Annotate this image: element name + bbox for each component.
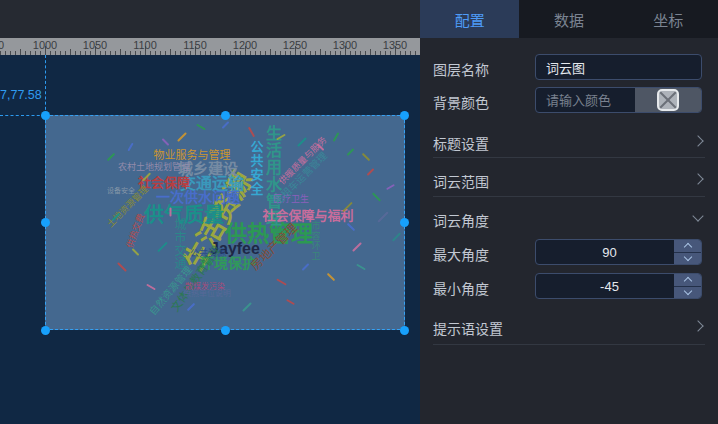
step-down-button[interactable] <box>674 252 701 265</box>
ruler-tick-label: 1000 <box>33 39 57 51</box>
tab-data[interactable]: 数据 <box>519 0 618 38</box>
ruler-tick <box>60 51 61 55</box>
section-title-settings[interactable]: 标题设置 <box>433 133 489 153</box>
selection-handle-bottom-right[interactable] <box>400 326 409 335</box>
ruler-tick <box>100 51 101 55</box>
selection-handle-top-right[interactable] <box>400 111 409 120</box>
ruler-tick <box>225 51 226 55</box>
ruler-tick <box>290 51 291 55</box>
ruler-tick <box>170 49 171 55</box>
ruler-tick <box>255 51 256 55</box>
layer-name-input[interactable] <box>535 54 702 80</box>
ruler-tick <box>275 51 276 55</box>
wordcloud-fragment <box>302 263 310 271</box>
ruler-tick <box>85 51 86 55</box>
min-angle-label: 最小角度 <box>433 278 489 298</box>
wordcloud-word: 物业服务与管理 <box>154 150 231 161</box>
wordcloud-word: 设备安全 <box>107 187 135 194</box>
ruler-tick <box>365 51 366 55</box>
selection-handle-mid-right[interactable] <box>400 218 409 227</box>
ruler-tick <box>240 51 241 55</box>
wordcloud-fragment <box>367 168 375 176</box>
chevron-right-icon <box>692 135 703 146</box>
transparent-color-icon <box>657 89 679 111</box>
design-canvas[interactable]: 95010001050110011501200125013001350 7,77… <box>0 0 420 424</box>
selection-handle-top-mid[interactable] <box>221 111 230 120</box>
panel-tabs: 配置 数据 坐标 <box>420 0 718 38</box>
section-wordcloud-angle[interactable]: 词云角度 <box>433 210 489 230</box>
wordcloud-fragment <box>157 242 168 253</box>
ruler-tick <box>190 51 191 55</box>
tab-coords[interactable]: 坐标 <box>619 0 718 38</box>
chevron-down-icon <box>692 210 703 221</box>
ruler-tick <box>15 51 16 55</box>
tab-config[interactable]: 配置 <box>420 0 519 38</box>
wordcloud-fragment <box>107 153 115 161</box>
ruler-tick <box>415 51 416 55</box>
ruler-tick <box>265 51 266 55</box>
ruler-tick <box>160 51 161 55</box>
step-up-button[interactable] <box>674 274 701 286</box>
ruler-tick <box>410 51 411 55</box>
ruler-tick <box>55 51 56 55</box>
ruler-tick <box>315 51 316 55</box>
ruler-tick <box>400 51 401 55</box>
ruler-tick <box>180 51 181 55</box>
ruler-tick <box>375 51 376 55</box>
wordcloud-fragment <box>170 208 172 217</box>
section-tooltip-settings[interactable]: 提示语设置 <box>433 318 503 338</box>
ruler-tick-label: 1200 <box>233 39 257 51</box>
selection-handle-mid-left[interactable] <box>41 218 50 227</box>
wordcloud-fragment <box>392 232 401 241</box>
ruler-tick <box>380 51 381 55</box>
ruler-tick <box>20 49 21 55</box>
wordcloud-fragment <box>372 192 381 201</box>
layer-name-label: 图层名称 <box>433 59 489 79</box>
wordcloud-fragment <box>127 143 133 152</box>
ruler-tick <box>120 49 121 55</box>
ruler-tick-label: 1350 <box>383 39 407 51</box>
divider <box>433 344 705 345</box>
ruler-tick <box>5 51 6 55</box>
ruler-tick <box>305 51 306 55</box>
ruler-tick <box>285 51 286 55</box>
section-wordcloud-range[interactable]: 词云范围 <box>433 171 489 191</box>
horizontal-ruler: 95010001050110011501200125013001350 <box>0 38 420 55</box>
wordcloud-fragment <box>297 137 307 147</box>
step-up-button[interactable] <box>674 240 701 252</box>
wordcloud-word: 公共安全 <box>250 140 263 196</box>
ruler-tick <box>175 51 176 55</box>
wordcloud-fragment <box>117 262 127 272</box>
ruler-tick <box>35 51 36 55</box>
color-picker-button[interactable] <box>635 88 701 112</box>
wordcloud-word: 一次供水问题 <box>156 190 240 204</box>
chevron-right-icon <box>692 320 703 331</box>
wordcloud-fragment <box>352 242 362 252</box>
wordcloud-fragment <box>327 273 335 281</box>
ruler-tick <box>150 51 151 55</box>
wordcloud-fragment <box>386 184 395 190</box>
selection-handle-bottom-mid[interactable] <box>221 326 230 335</box>
chevron-up-icon <box>683 277 691 285</box>
ruler-tick <box>280 51 281 55</box>
ruler-tick <box>355 51 356 55</box>
selection-handle-top-left[interactable] <box>41 111 50 120</box>
wordcloud-fragment <box>162 138 170 146</box>
ruler-tick <box>90 51 91 55</box>
ruler-tick <box>300 51 301 55</box>
wordcloud-layer-selection[interactable]: 生活资源供热管理供气质量生活用水管理公共安全交通运输一次供水问题社会保障城乡建设… <box>45 115 405 330</box>
ruler-tick <box>110 51 111 55</box>
wordcloud-fragment <box>347 223 355 231</box>
wordcloud-fragment <box>242 302 252 312</box>
ruler-tick <box>115 51 116 55</box>
wordcloud-editor: 95010001050110011501200125013001350 7,77… <box>0 0 718 424</box>
wordcloud-fragment <box>132 248 140 256</box>
ruler-tick <box>200 51 201 55</box>
ruler-tick <box>320 49 321 55</box>
ruler-tick <box>105 51 106 55</box>
step-down-button[interactable] <box>674 286 701 299</box>
guide-line-vertical <box>45 55 46 115</box>
wordcloud-word: 公共资源 <box>190 249 226 258</box>
wordcloud-word: 市容环卫 <box>311 221 320 261</box>
selection-handle-bottom-left[interactable] <box>41 326 50 335</box>
